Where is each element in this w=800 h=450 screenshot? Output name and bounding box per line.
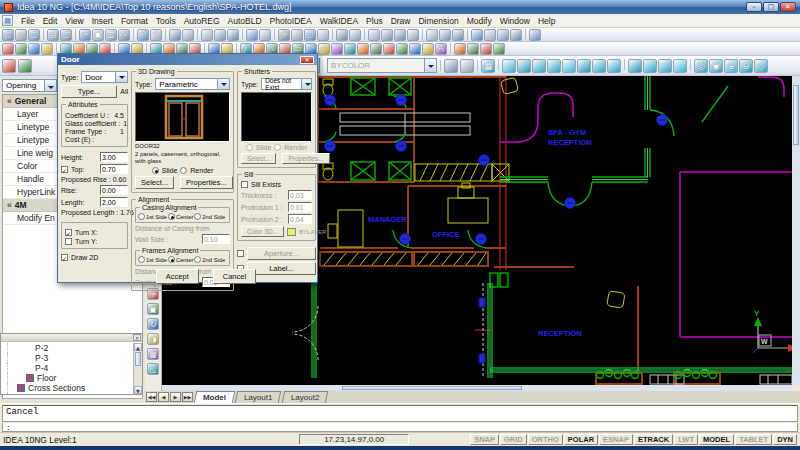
render-radio[interactable]: [180, 167, 187, 174]
view-front-icon[interactable]: [562, 59, 576, 73]
image-attach-icon[interactable]: [510, 29, 522, 41]
move-cmd-icon[interactable]: [454, 43, 466, 55]
command-input[interactable]: :: [2, 423, 798, 432]
tab-nav-next-icon[interactable]: ▶: [170, 392, 181, 402]
building-window-icon[interactable]: [15, 43, 27, 55]
menu-photoidea[interactable]: PhotoIDEA: [266, 15, 316, 27]
minimize-button[interactable]: –: [746, 2, 762, 12]
toggle-model[interactable]: MODEL: [699, 434, 734, 445]
regen-icon[interactable]: [259, 29, 271, 41]
view-top-icon[interactable]: [502, 59, 516, 73]
chevron-down-icon[interactable]: [217, 79, 229, 89]
plot-style-icon[interactable]: [444, 59, 458, 73]
document-icon[interactable]: ▤: [2, 15, 13, 26]
top-checkbox[interactable]: [61, 166, 68, 173]
building-opening-icon[interactable]: [41, 43, 53, 55]
scroll-thumb[interactable]: [342, 386, 522, 390]
copy-icon[interactable]: ▣: [147, 303, 159, 315]
tree-item-cross-sections[interactable]: Cross Sections: [7, 383, 133, 393]
menu-dimension[interactable]: Dimension: [414, 15, 462, 27]
chevron-down-icon[interactable]: [301, 79, 311, 89]
toggle-esnap[interactable]: ESNAP: [599, 434, 633, 445]
tree-item-p-4[interactable]: P-4: [7, 363, 133, 373]
tab-model[interactable]: Model: [194, 391, 236, 403]
zoom-previous-icon[interactable]: [317, 29, 329, 41]
region-icon[interactable]: [409, 43, 421, 55]
cut-icon[interactable]: ✂: [79, 29, 91, 41]
model-3d-icon[interactable]: [2, 59, 16, 73]
layer-states-icon[interactable]: [452, 29, 464, 41]
toggle-tablet[interactable]: TABLET: [735, 434, 772, 445]
visual-wireframe-icon[interactable]: [628, 59, 642, 73]
block-editor-icon[interactable]: [484, 29, 496, 41]
menu-file[interactable]: File: [17, 15, 39, 27]
shutters-type-combo[interactable]: Does not Exist: [261, 78, 312, 90]
zoom-realtime-icon[interactable]: [291, 29, 303, 41]
zoom-in-icon[interactable]: ⊕: [724, 59, 738, 73]
view-left-icon[interactable]: [532, 59, 546, 73]
zoom-out-icon[interactable]: ⊖: [739, 59, 753, 73]
dialog-title-bar[interactable]: Door: [58, 54, 317, 65]
design-center-icon[interactable]: [349, 29, 361, 41]
menu-modify[interactable]: Modify: [463, 15, 496, 27]
building-wall-icon[interactable]: [2, 43, 14, 55]
menu-format[interactable]: Format: [117, 15, 152, 27]
aperture-checkbox[interactable]: [237, 250, 244, 257]
close-button[interactable]: ✕: [780, 2, 796, 12]
layer-previous-icon[interactable]: [439, 29, 451, 41]
menu-help[interactable]: Help: [534, 15, 559, 27]
dim-angular-icon[interactable]: [407, 29, 419, 41]
format-painter-icon[interactable]: ✎: [118, 29, 130, 41]
save-icon[interactable]: ◫: [28, 29, 40, 41]
casing-2nd-radio[interactable]: [194, 213, 201, 220]
revision-cloud-icon[interactable]: [331, 43, 343, 55]
scroll-up-icon[interactable]: ▲: [134, 343, 142, 351]
offset-icon[interactable]: ▦: [147, 348, 159, 360]
command-history[interactable]: Cancel: [2, 405, 798, 422]
casing-1st-radio[interactable]: [138, 213, 145, 220]
frames-2nd-radio[interactable]: [194, 256, 201, 263]
draw-2d-checkbox[interactable]: [61, 254, 68, 261]
tree-item-floor[interactable]: Floor: [7, 373, 133, 383]
undo-icon[interactable]: ↶: [137, 29, 149, 41]
toggle-dyn[interactable]: DYN: [773, 434, 797, 445]
match-properties-icon[interactable]: [471, 29, 483, 41]
circle-icon[interactable]: ○: [318, 43, 330, 55]
zoom-dynamic-icon[interactable]: ◎: [694, 59, 708, 73]
print-preview-icon[interactable]: ◰: [60, 29, 72, 41]
erase-icon[interactable]: ◺: [147, 363, 159, 375]
redraw-icon[interactable]: [246, 29, 258, 41]
ellipse-icon[interactable]: [357, 43, 369, 55]
door-type-combo[interactable]: Door: [81, 71, 128, 83]
menu-walkidea[interactable]: WalkIDEA: [316, 15, 362, 27]
maximize-button[interactable]: □: [763, 2, 779, 12]
trim-cmd-icon[interactable]: [493, 43, 505, 55]
rotate-icon[interactable]: ↻: [147, 318, 159, 330]
slide-radio[interactable]: [152, 167, 159, 174]
properties-selector[interactable]: Opening: [2, 79, 57, 92]
chevron-down-icon[interactable]: [115, 72, 127, 82]
insert-block-icon[interactable]: [370, 43, 382, 55]
turn-x-checkbox[interactable]: [65, 229, 72, 236]
help-icon[interactable]: ?: [529, 29, 541, 41]
layer-manager-icon[interactable]: [426, 29, 438, 41]
attach-xref-icon[interactable]: [497, 29, 509, 41]
toggle-polar[interactable]: POLAR: [564, 434, 598, 445]
pencil-icon[interactable]: [201, 29, 213, 41]
close-icon[interactable]: [300, 56, 314, 64]
menu-view[interactable]: View: [61, 15, 87, 27]
open-icon[interactable]: ▱: [15, 29, 27, 41]
close-icon[interactable]: [133, 334, 141, 341]
properties-icon[interactable]: [336, 29, 348, 41]
menu-insert[interactable]: Insert: [88, 15, 117, 27]
menu-window[interactable]: Window: [496, 15, 534, 27]
menu-autobld[interactable]: AutoBLD: [224, 15, 266, 27]
toggle-grid[interactable]: GRID: [500, 434, 527, 445]
page-setup-icon[interactable]: [460, 59, 474, 73]
stretch-cmd-icon[interactable]: [480, 43, 492, 55]
sill-exists-checkbox[interactable]: [241, 181, 248, 188]
hatch-icon[interactable]: [396, 43, 408, 55]
copy-cmd-icon[interactable]: [467, 43, 479, 55]
menu-tools[interactable]: Tools: [152, 15, 180, 27]
tab-nav-first-icon[interactable]: ◀◀: [146, 392, 157, 402]
